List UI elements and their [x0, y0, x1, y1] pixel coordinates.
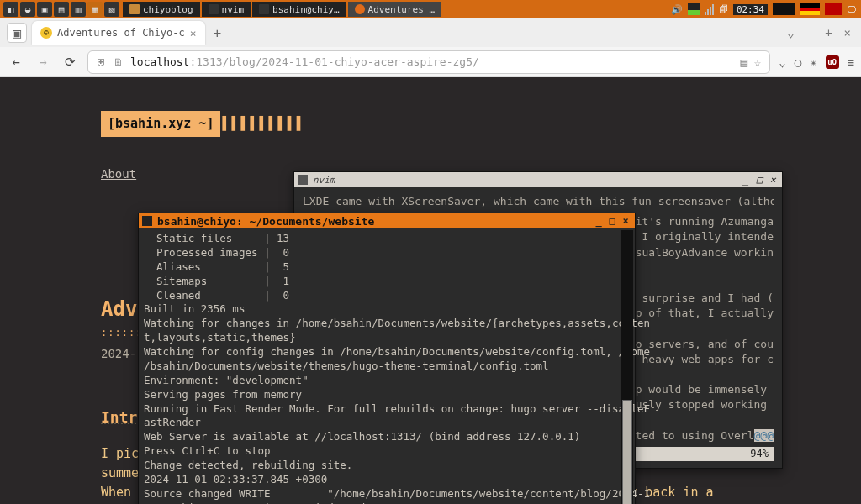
wifi-bars-icon[interactable]	[705, 3, 714, 15]
url-path: :1313/blog/2024-11-01-chiyo-acer-aspire-…	[189, 55, 478, 68]
launcher-icon[interactable]: ▤	[54, 2, 69, 17]
terminal-line: Sitemaps | 1	[144, 275, 630, 289]
nvim-line: LXDE came with XScreenSaver, which came …	[303, 194, 774, 209]
back-button[interactable]: ←	[7, 55, 25, 70]
launcher-icon[interactable]: ◒	[20, 2, 35, 17]
terminal-line: Watching for changes in /home/bsahin/Doc…	[144, 317, 630, 331]
page-viewport: [bsahin.xyz ~]▌▌▌▌▌▌▌▌▌ About Adve :::::…	[0, 77, 861, 504]
terminal-line: 1-01-chiyo-acer-aspire-zg5/index.md"	[144, 501, 630, 504]
terminal-scrollbar[interactable]	[621, 230, 633, 504]
clock[interactable]: 02:34	[733, 4, 768, 15]
system-tray: 🔊 🗐 02:34 🖵	[666, 3, 861, 15]
launcher-icon[interactable]: ◧	[3, 2, 18, 17]
app-menu-button[interactable]: ≡	[848, 55, 854, 69]
terminal-line: /bsahin/Documents/website/themes/hugo-th…	[144, 360, 630, 374]
terminal-line: astRender	[144, 416, 630, 430]
terminal-line: t,layouts,static,themes}	[144, 331, 630, 345]
window-close-button[interactable]: ×	[841, 26, 854, 39]
ublock-icon[interactable]: uO	[826, 55, 839, 69]
terminal-line: 2024-11-01 02:33:37.845 +0300	[144, 473, 630, 487]
battery-meter-icon[interactable]	[688, 3, 700, 15]
terminal-line: Aliases | 5	[144, 260, 630, 275]
desktop-taskbar: ◧ ◒ ▣ ▤ ▥ ▦ ▧ chiyoblog nvim bsahin@chiy…	[0, 0, 861, 18]
forward-button[interactable]: →	[34, 55, 52, 70]
taskbar-launchers: ◧ ◒ ▣ ▤ ▥ ▦ ▧	[0, 2, 123, 17]
logo-decoration: ▌▌▌▌▌▌▌▌▌	[222, 114, 305, 134]
terminal-window-title: bsahin@chiyo: ~/Documents/website	[157, 215, 374, 228]
account-icon[interactable]: ◯	[795, 55, 801, 69]
sidebar-toggle-button[interactable]: ▣	[7, 23, 27, 43]
volume-icon[interactable]: 🔊	[671, 4, 683, 15]
reader-mode-icon[interactable]: ▤	[740, 55, 747, 69]
terminal-titlebar[interactable]: bsahin@chiyo: ~/Documents/website _ □ ×	[139, 213, 635, 228]
window-icon	[298, 175, 308, 185]
window-minimize-button[interactable]: _	[740, 174, 752, 186]
extensions-icon[interactable]: ✴	[810, 55, 816, 69]
taskbar-app-terminal[interactable]: bsahin@chiy…	[252, 2, 346, 17]
tabs-overflow-icon[interactable]: ⌄	[784, 26, 797, 39]
terminal-line: Source changed WRITE "/home/bsahin/Docum…	[144, 487, 630, 501]
terminal-line: Environment: "development"	[144, 374, 630, 388]
terminal-line: Built in 2356 ms	[144, 302, 630, 317]
window-terminal[interactable]: bsahin@chiyo: ~/Documents/website _ □ × …	[138, 213, 636, 504]
taskbar-btn-label: nvim	[222, 4, 245, 15]
keyboard-layout-icon[interactable]	[800, 3, 820, 15]
pocket-icon[interactable]: ⌄	[779, 55, 785, 69]
terminal-line: Static files | 13	[144, 232, 630, 246]
launcher-icon[interactable]: ▦	[87, 2, 103, 17]
nvim-titlebar[interactable]: nvim _ □ ×	[294, 172, 782, 187]
window-close-button[interactable]: ×	[620, 215, 631, 227]
nav-link-about[interactable]: About	[101, 165, 136, 184]
terminal-line: Press Ctrl+C to stop	[144, 444, 630, 459]
shield-icon[interactable]: ⛨	[97, 56, 107, 68]
nvim-window-title: nvim	[313, 175, 335, 186]
site-logo[interactable]: [bsahin.xyz ~]	[101, 111, 220, 137]
tray-indicator-icon[interactable]	[825, 3, 842, 15]
taskbar-btn-label: bsahin@chiy…	[272, 4, 339, 15]
taskbar-app-nvim[interactable]: nvim	[202, 2, 251, 17]
nvim-status-pct: 94%	[750, 448, 769, 459]
address-bar[interactable]: ⛨ 🗎 localhost:1313/blog/2024-11-01-chiyo…	[87, 50, 770, 74]
taskbar-btn-label: Adventures …	[368, 4, 435, 15]
scrollbar-thumb[interactable]	[622, 400, 632, 504]
toolbar-extensions: ⌄ ◯ ✴ uO ≡	[779, 55, 854, 69]
taskbar-app-browser[interactable]: Adventures …	[348, 2, 441, 17]
browser-toolbar: ← → ⟳ ⛨ 🗎 localhost:1313/blog/2024-11-01…	[0, 47, 861, 77]
terminal-line: Watching for config changes in /home/bsa…	[144, 345, 630, 360]
cpu-graph-icon[interactable]	[773, 3, 795, 15]
window-icon	[142, 216, 152, 226]
browser-tab[interactable]: ☺ Adventures of Chiyo-c ×	[32, 21, 205, 45]
site-info-icon[interactable]: 🗎	[114, 56, 124, 68]
window-maximize-button[interactable]: □	[606, 215, 618, 227]
launcher-icon[interactable]: ▣	[37, 2, 52, 17]
browser-tab-strip: ▣ ☺ Adventures of Chiyo-c × + ⌄ — + ×	[0, 18, 861, 47]
taskbar-btn-label: chiyoblog	[143, 4, 193, 15]
bookmark-star-icon[interactable]: ☆	[754, 55, 761, 69]
url-host: localhost	[130, 55, 189, 68]
terminal-line: Running in Fast Render Mode. For full re…	[144, 402, 630, 417]
terminal-output[interactable]: Static files | 13 Processed images | 0 A…	[139, 228, 635, 504]
reload-button[interactable]: ⟳	[61, 55, 79, 70]
terminal-line: Cleaned | 0	[144, 289, 630, 303]
clipboard-icon[interactable]: 🗐	[719, 4, 728, 15]
tab-title: Adventures of Chiyo-c	[57, 27, 185, 39]
browser-window: ▣ ☺ Adventures of Chiyo-c × + ⌄ — + × ← …	[0, 18, 861, 504]
tray-monitor-icon[interactable]: 🖵	[847, 4, 856, 15]
window-close-button[interactable]: ×	[767, 174, 779, 186]
window-maximize-button[interactable]: +	[821, 26, 835, 39]
tab-close-icon[interactable]: ×	[190, 27, 197, 39]
terminal-line: Processed images | 0	[144, 246, 630, 260]
terminal-line: Change detected, rebuilding site.	[144, 459, 630, 473]
window-maximize-button[interactable]: □	[753, 174, 765, 186]
terminal-line: Web Server is available at //localhost:1…	[144, 430, 630, 444]
taskbar-app-filemanager[interactable]: chiyoblog	[123, 2, 200, 17]
favicon-icon: ☺	[40, 27, 52, 39]
terminal-line: Serving pages from memory	[144, 388, 630, 402]
new-tab-button[interactable]: +	[210, 25, 225, 41]
launcher-icon[interactable]: ▥	[71, 2, 86, 17]
launcher-icon[interactable]: ▧	[104, 2, 119, 17]
window-minimize-button[interactable]: —	[803, 26, 816, 39]
window-minimize-button[interactable]: _	[593, 215, 605, 227]
